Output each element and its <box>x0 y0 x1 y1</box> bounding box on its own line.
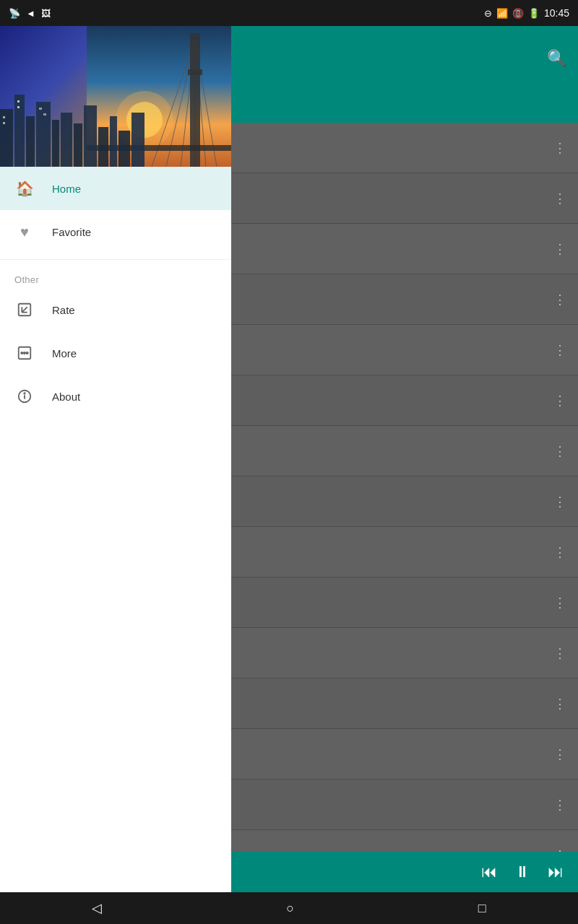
divider <box>0 259 231 260</box>
nav-bar: ◁ ○ □ <box>0 892 578 924</box>
svg-point-36 <box>24 352 25 354</box>
sidebar-item-more[interactable]: More <box>0 331 231 375</box>
recents-button[interactable]: □ <box>478 901 486 916</box>
more-dots-icon[interactable]: ⋮ <box>553 494 566 510</box>
sidebar-item-label: Home <box>52 183 81 195</box>
status-bar: 📡 ◄ 🖼 ⊖ 📶 📵 🔋 10:45 <box>0 0 578 26</box>
svg-line-31 <box>22 307 27 312</box>
status-left-icons: 📡 ◄ 🖼 <box>9 8 51 19</box>
svg-rect-17 <box>61 113 72 167</box>
more-dots-icon[interactable]: ⋮ <box>553 140 566 156</box>
pause-button[interactable]: ⏸ <box>514 863 530 881</box>
more-dots-icon[interactable]: ⋮ <box>553 191 566 206</box>
image-icon: 🖼 <box>41 8 51 19</box>
back-arrow-icon: ◄ <box>26 8 35 19</box>
more-dots-icon[interactable]: ⋮ <box>553 746 566 762</box>
drawer-header-image <box>0 26 231 167</box>
svg-rect-13 <box>14 95 25 167</box>
signal-icon: 📵 <box>512 8 524 19</box>
more-dots-icon[interactable]: ⋮ <box>553 393 566 409</box>
sidebar-item-label: About <box>52 391 80 403</box>
rate-icon <box>14 300 35 320</box>
svg-rect-21 <box>110 116 117 167</box>
sidebar-item-label: More <box>52 347 77 359</box>
back-button[interactable]: ◁ <box>92 900 102 916</box>
svg-rect-24 <box>3 116 5 118</box>
clock: 10:45 <box>544 7 569 19</box>
sidebar-item-about[interactable]: About <box>0 375 231 418</box>
sidebar-item-favorite[interactable]: ♥ Favorite <box>0 210 231 253</box>
sidebar-item-home[interactable]: 🏠 Home <box>0 167 231 210</box>
svg-point-40 <box>24 393 25 393</box>
svg-rect-15 <box>36 102 51 167</box>
more-dots-icon[interactable]: ⋮ <box>553 645 566 661</box>
forward-button[interactable]: ⏭ <box>548 863 564 881</box>
more-icon <box>14 343 35 363</box>
drawer-nav: 🏠 Home ♥ Favorite Other Rate <box>0 167 231 892</box>
svg-rect-20 <box>98 127 108 167</box>
sidebar-item-label: Rate <box>52 304 75 316</box>
svg-rect-27 <box>17 106 20 108</box>
do-not-disturb-icon: ⊖ <box>484 8 492 19</box>
home-button[interactable]: ○ <box>286 901 294 916</box>
svg-rect-25 <box>3 122 5 124</box>
more-dots-icon[interactable]: ⋮ <box>553 544 566 560</box>
more-dots-icon[interactable]: ⋮ <box>553 241 566 257</box>
section-header-other: Other <box>0 266 231 288</box>
svg-rect-23 <box>131 113 144 167</box>
svg-rect-12 <box>0 109 13 167</box>
home-icon: 🏠 <box>14 178 35 199</box>
more-dots-icon[interactable]: ⋮ <box>553 292 566 308</box>
info-icon <box>14 386 35 406</box>
more-dots-icon[interactable]: ⋮ <box>553 443 566 459</box>
status-right-icons: ⊖ 📶 📵 🔋 10:45 <box>484 7 569 19</box>
broadcast-icon: 📡 <box>9 8 20 19</box>
svg-rect-10 <box>188 69 202 75</box>
more-dots-icon[interactable]: ⋮ <box>553 342 566 358</box>
svg-rect-18 <box>74 123 82 167</box>
svg-point-35 <box>21 352 22 354</box>
svg-rect-16 <box>52 120 59 167</box>
drawer: 🏠 Home ♥ Favorite Other Rate <box>0 26 231 892</box>
heart-icon: ♥ <box>14 222 35 242</box>
svg-rect-28 <box>39 108 42 110</box>
wifi-icon: 📶 <box>496 8 508 19</box>
svg-rect-19 <box>84 105 97 167</box>
battery-icon: 🔋 <box>528 8 540 19</box>
more-dots-icon[interactable]: ⋮ <box>553 595 566 611</box>
svg-rect-14 <box>26 116 35 167</box>
rewind-button[interactable]: ⏮ <box>481 863 497 881</box>
search-button[interactable]: 🔍 <box>547 49 566 68</box>
svg-rect-22 <box>118 131 130 167</box>
sidebar-item-label: Favorite <box>52 226 91 238</box>
more-dots-icon[interactable]: ⋮ <box>553 696 566 712</box>
svg-rect-26 <box>17 100 20 103</box>
svg-rect-29 <box>43 113 46 116</box>
more-dots-icon[interactable]: ⋮ <box>553 797 566 813</box>
sidebar-item-rate[interactable]: Rate <box>0 288 231 331</box>
svg-point-37 <box>27 352 28 354</box>
